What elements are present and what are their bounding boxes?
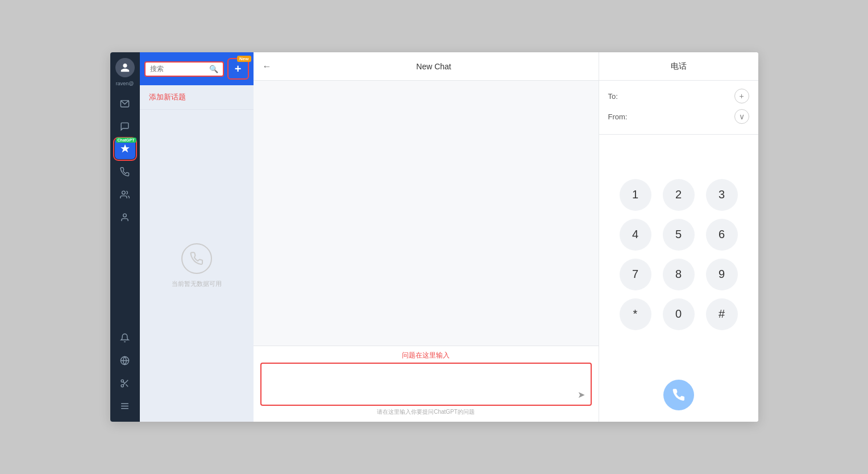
dialpad-key-2[interactable]: 2 <box>663 179 695 211</box>
svg-point-1 <box>122 191 126 194</box>
dialpad: 1 2 3 4 5 6 7 8 9 * 0 # <box>599 135 758 374</box>
call-button-wrap <box>599 374 758 422</box>
group-nav-icon[interactable] <box>115 184 135 205</box>
dialpad-row-2: 4 5 6 <box>620 219 738 251</box>
chatgpt-nav-icon[interactable]: ChatGPT <box>115 139 135 159</box>
chat-input-label: 问题在这里输入 <box>260 351 592 360</box>
chat-main: ← New Chat 问题在这里输入 ➤ 请在这里输入你要提问ChatGPT的问… <box>254 52 599 422</box>
globe-nav-icon[interactable] <box>115 350 135 371</box>
scissors-nav-icon[interactable] <box>115 373 135 393</box>
bell-nav-icon[interactable] <box>115 327 135 348</box>
dialpad-row-1: 1 2 3 <box>620 179 738 211</box>
chatgpt-badge: ChatGPT <box>116 138 136 143</box>
svg-point-5 <box>121 380 123 382</box>
dialpad-key-0[interactable]: 0 <box>663 298 695 330</box>
empty-text: 当前暂无数据可用 <box>172 280 222 288</box>
chat-body <box>254 81 599 346</box>
dialpad-row-4: * 0 # <box>620 298 738 330</box>
dialpad-key-5[interactable]: 5 <box>663 219 695 251</box>
dialpad-key-star[interactable]: * <box>620 298 651 330</box>
phone-panel: 电话 To: + From: ∨ 1 2 3 4 5 6 <box>599 52 758 422</box>
avatar[interactable] <box>115 58 135 77</box>
sidebar-search-bar: 🔍 New + <box>140 52 254 85</box>
svg-point-2 <box>123 214 127 217</box>
from-field-row: From: ∨ <box>608 109 749 124</box>
chat-input-area: 问题在这里输入 ➤ 请在这里输入你要提问ChatGPT的问题 <box>254 346 599 422</box>
chat-hint: 请在这里输入你要提问ChatGPT的问题 <box>260 406 592 417</box>
mail-nav-icon[interactable] <box>115 93 135 114</box>
phone-header: 电话 <box>599 52 758 81</box>
phone-title: 电话 <box>671 61 687 72</box>
dialpad-row-3: 7 8 9 <box>620 259 738 290</box>
dialpad-key-hash[interactable]: # <box>706 298 738 330</box>
phone-nav-icon[interactable] <box>115 161 135 182</box>
dialpad-key-7[interactable]: 7 <box>620 259 651 290</box>
dialpad-key-3[interactable]: 3 <box>706 179 738 211</box>
empty-phone-icon <box>181 243 212 274</box>
search-input[interactable] <box>150 65 207 73</box>
to-add-button[interactable]: + <box>734 89 749 103</box>
dialpad-key-6[interactable]: 6 <box>706 219 738 251</box>
dialpad-key-4[interactable]: 4 <box>620 219 651 251</box>
svg-point-6 <box>121 384 123 386</box>
nav-username: raven@ <box>116 81 134 86</box>
chat-title: New Chat <box>279 62 589 71</box>
chat-input[interactable] <box>267 367 573 401</box>
from-dropdown-button[interactable]: ∨ <box>734 109 749 124</box>
call-button[interactable] <box>663 380 694 410</box>
dialpad-key-1[interactable]: 1 <box>620 179 651 211</box>
send-button[interactable]: ➤ <box>578 389 585 400</box>
search-icon: 🔍 <box>209 65 218 73</box>
to-field-row: To: + <box>608 89 749 103</box>
from-label: From: <box>608 113 628 121</box>
sidebar: 🔍 New + 添加新话题 当前暂无数据可用 <box>140 52 254 422</box>
sidebar-empty-state: 当前暂无数据可用 <box>140 110 254 422</box>
svg-line-9 <box>123 381 125 383</box>
search-input-wrap[interactable]: 🔍 <box>144 61 224 77</box>
back-button[interactable]: ← <box>263 61 272 72</box>
new-chat-button[interactable]: New + <box>227 58 249 80</box>
nav-bar: raven@ ChatGPT <box>110 52 140 422</box>
chat-input-wrap: ➤ <box>260 363 592 406</box>
to-label: To: <box>608 92 618 101</box>
svg-line-8 <box>126 384 128 386</box>
dialpad-key-8[interactable]: 8 <box>663 259 695 290</box>
chat-header: ← New Chat <box>254 52 599 81</box>
menu-nav-icon[interactable] <box>115 396 135 416</box>
phone-fields: To: + From: ∨ <box>599 81 758 135</box>
user-nav-icon[interactable] <box>115 207 135 227</box>
chat-nav-icon[interactable] <box>115 116 135 136</box>
add-topic-button[interactable]: 添加新话题 <box>140 85 254 110</box>
dialpad-key-9[interactable]: 9 <box>706 259 738 290</box>
new-badge: New <box>237 56 251 62</box>
